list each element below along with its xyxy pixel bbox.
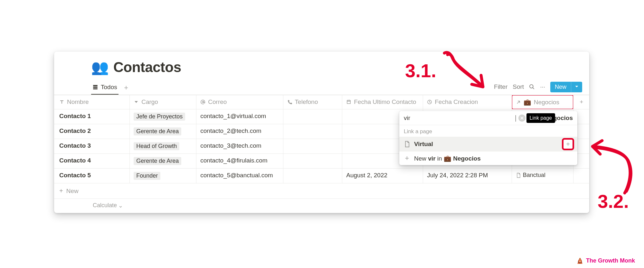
table-view-icon: [92, 84, 98, 90]
link-page-plus-button[interactable]: +: [563, 139, 573, 149]
col-header-negocios[interactable]: 💼Negocios: [512, 95, 573, 109]
cell-cargo[interactable]: Gerente de Area: [130, 154, 196, 169]
page-icon: [404, 141, 410, 147]
create-new-in-relation[interactable]: + New vir in 💼 Negocios: [399, 152, 577, 165]
chevron-down-icon: [574, 84, 579, 89]
page-icon: [516, 173, 521, 178]
search-icon: [529, 84, 535, 90]
calculate-button[interactable]: Calculate⌄: [54, 199, 589, 209]
annotation-arrow-1: [431, 48, 515, 109]
search-result-virtual[interactable]: Virtual +: [399, 137, 577, 152]
cell-name[interactable]: Contacto 4: [54, 154, 130, 169]
plus-icon: +: [404, 154, 410, 162]
cell-name[interactable]: Contacto 1: [54, 109, 130, 124]
cell-name[interactable]: Contacto 5: [54, 169, 130, 183]
col-header-correo[interactable]: Correo: [196, 95, 283, 109]
col-header-telefono[interactable]: Telefono: [283, 95, 342, 109]
cell-fecha-creacion[interactable]: July 24, 2022 2:28 PM: [423, 169, 512, 183]
col-header-nombre[interactable]: Nombre: [54, 95, 130, 109]
table-row[interactable]: Contacto 5 Founder contacto_5@banctual.c…: [54, 169, 589, 183]
cell-telefono[interactable]: [283, 154, 342, 169]
relation-search-input[interactable]: vir: [404, 115, 515, 122]
new-button[interactable]: New: [550, 82, 582, 92]
new-button-dropdown[interactable]: [571, 82, 582, 92]
annotation-arrow-2: [580, 138, 644, 203]
cell-name[interactable]: Contacto 2: [54, 124, 130, 139]
page-icon[interactable]: 👥: [91, 60, 109, 74]
tab-label: Todos: [101, 84, 117, 91]
cell-cargo[interactable]: Jefe de Proyectos: [130, 109, 196, 124]
col-header-fecha-ultimo[interactable]: Fecha Ultimo Contacto: [342, 95, 423, 109]
cell-telefono[interactable]: [283, 109, 342, 124]
relation-icon: [516, 100, 521, 105]
page-title[interactable]: Contactos: [113, 59, 181, 75]
cell-correo[interactable]: contacto_5@banctual.com: [196, 169, 283, 183]
phone-icon: [287, 99, 292, 105]
col-header-cargo[interactable]: Cargo: [130, 95, 196, 109]
select-icon: [134, 99, 139, 105]
search-button[interactable]: [529, 84, 535, 90]
more-button[interactable]: ···: [540, 83, 545, 90]
cell-negocios[interactable]: Banctual: [512, 169, 573, 183]
cell-correo[interactable]: contacto_2@tech.com: [196, 124, 283, 139]
cell-correo[interactable]: contacto_4@firulais.com: [196, 154, 283, 169]
cell-cargo[interactable]: Founder: [130, 169, 196, 183]
add-column-button[interactable]: +: [573, 95, 589, 109]
cell-name[interactable]: Contacto 3: [54, 139, 130, 154]
clear-search-button[interactable]: [518, 115, 526, 122]
cell-correo[interactable]: contacto_3@tech.com: [196, 139, 283, 154]
cell-cargo[interactable]: Gerente de Area: [130, 124, 196, 139]
add-view-button[interactable]: +: [122, 83, 131, 92]
cell-telefono[interactable]: [283, 169, 342, 183]
at-icon: [200, 99, 205, 105]
brand-icon: 🛕: [576, 257, 583, 264]
cell-fecha-ultimo[interactable]: August 2, 2022: [342, 169, 423, 183]
cell-cargo[interactable]: Head of Growth: [130, 139, 196, 154]
calendar-icon: [346, 99, 351, 105]
close-icon: [520, 116, 524, 120]
tab-todos[interactable]: Todos: [91, 81, 118, 95]
cell-telefono[interactable]: [283, 139, 342, 154]
link-page-tooltip: Link page: [526, 113, 555, 123]
brand-watermark: 🛕 The Growth Monk: [576, 257, 635, 264]
new-button-label: New: [550, 82, 571, 92]
popover-section-label: Link a page: [399, 125, 577, 137]
text-icon: [59, 99, 64, 105]
cell-correo[interactable]: contacto_1@virtual.com: [196, 109, 283, 124]
add-row-button[interactable]: +New: [54, 183, 589, 199]
cell-telefono[interactable]: [283, 124, 342, 139]
